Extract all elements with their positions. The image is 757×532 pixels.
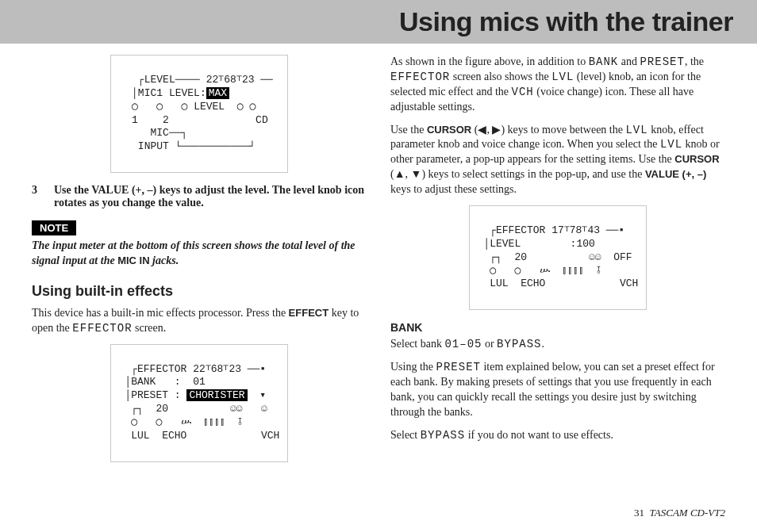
figure-level-screen: ┌LEVEL──── 22⸆68⸆23 ── │MIC1 LEVEL:MAX ◯… bbox=[110, 55, 287, 173]
note-badge: NOTE bbox=[32, 220, 76, 235]
step-3: 3 Use the VALUE (+, –) keys to adjust th… bbox=[32, 184, 367, 209]
bank-p2: Using the PRESET item explained below, y… bbox=[390, 360, 725, 420]
effector-desc-1: As shown in the figure above, in additio… bbox=[390, 55, 725, 115]
figure-effector-screen-2: ┌EFFECTOR 17⸆78⸆43 ──▪ │LEVEL :100 ┌┐ 20… bbox=[469, 205, 647, 310]
left-column: ┌LEVEL──── 22⸆68⸆23 ── │MIC1 LEVEL:MAX ◯… bbox=[32, 55, 367, 473]
effects-intro: This device has a built-in mic effects p… bbox=[32, 306, 367, 336]
bank-p3: Select BYPASS if you do not want to use … bbox=[390, 428, 725, 443]
step-number: 3 bbox=[32, 184, 43, 209]
effector-desc-2: Use the CURSOR (◀, ▶) keys to move betwe… bbox=[390, 123, 725, 197]
bank-p1: Select bank 01–05 or BYPASS. bbox=[390, 337, 725, 352]
page-footer: 31 TASCAM CD-VT2 bbox=[634, 507, 725, 519]
product-name: TASCAM CD-VT2 bbox=[650, 507, 725, 519]
page-content: ┌LEVEL──── 22⸆68⸆23 ── │MIC1 LEVEL:MAX ◯… bbox=[0, 44, 757, 473]
figure-effector-screen-1: ┌EFFECTOR 22⸆68⸆23 ──▪ │BANK : 01 │PRESE… bbox=[110, 344, 289, 462]
note-block: NOTE The input meter at the bottom of th… bbox=[32, 220, 367, 269]
page-title: Using mics with the trainer bbox=[399, 6, 733, 36]
bank-head: BANK bbox=[390, 321, 725, 334]
page-header: Using mics with the trainer bbox=[0, 0, 757, 44]
page-number: 31 bbox=[634, 507, 644, 519]
step-text: Use the VALUE (+, –) keys to adjust the … bbox=[54, 184, 367, 209]
subhead-effects: Using built-in effects bbox=[32, 283, 367, 300]
note-body: The input meter at the bottom of this sc… bbox=[32, 239, 367, 269]
right-column: As shown in the figure above, in additio… bbox=[390, 55, 725, 473]
